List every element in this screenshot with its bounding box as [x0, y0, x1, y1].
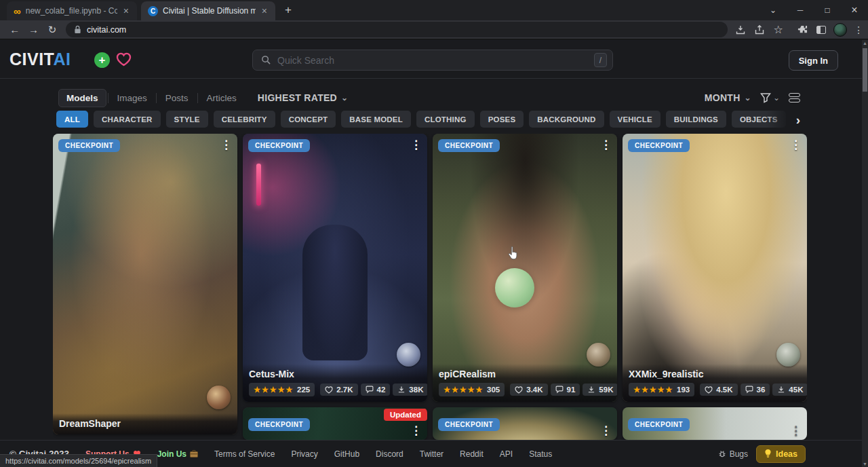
footer-link-privacy[interactable]: Privacy	[291, 449, 317, 459]
downloads-count: 38K	[409, 386, 423, 394]
tab-articles[interactable]: Articles	[199, 90, 244, 107]
model-card-cetus-mix[interactable]: CHECKPOINT ⋮ Cetus-Mix ★★★★★225 2.7K 42 …	[243, 134, 427, 402]
forward-button[interactable]: →	[24, 24, 43, 35]
extensions-icon[interactable]	[793, 24, 812, 35]
model-card-dreamshaper[interactable]: CHECKPOINT ⋮ DreamShaper	[53, 134, 237, 434]
create-button[interactable]: +	[94, 52, 110, 68]
window-maximize-button[interactable]: □	[814, 0, 841, 20]
model-card-partial[interactable]: CHECKPOINT ⋮	[623, 407, 807, 440]
address-bar[interactable]: civitai.com	[66, 22, 728, 37]
tab-images[interactable]: Images	[110, 90, 155, 107]
tab-title: new_colab_file.ipynb - Colaborat	[26, 6, 117, 16]
filter-dropdown[interactable]: ⌄	[760, 92, 780, 103]
category-chip-all[interactable]: ALL	[56, 111, 88, 128]
quick-search-box[interactable]: /	[252, 50, 613, 71]
model-card-xxmix[interactable]: CHECKPOINT ⋮ XXMix_9realistic ★★★★★193 4…	[623, 134, 807, 402]
browser-tab-civitai[interactable]: C Civitai | Stable Diffusion models, ×	[141, 1, 275, 20]
category-chip-poses[interactable]: POSES	[480, 111, 524, 128]
chip-scroll-right[interactable]: ›	[766, 111, 802, 128]
model-title: epiCRealism	[439, 369, 611, 379]
period-dropdown[interactable]: MONTH ⌄	[705, 92, 751, 103]
browser-menu-icon[interactable]: ⋮	[849, 24, 868, 35]
tab-close-icon[interactable]: ×	[260, 6, 269, 16]
comments-pill[interactable]: 91	[551, 384, 580, 396]
card-menu-icon[interactable]: ⋮	[600, 424, 612, 438]
category-chip-background[interactable]: BACKGROUND	[529, 111, 604, 128]
likes-pill[interactable]: 4.5K	[700, 384, 737, 396]
star-rating-icons: ★★★★★	[633, 385, 673, 394]
category-chip-buildings[interactable]: BUILDINGS	[666, 111, 726, 128]
card-menu-icon[interactable]: ⋮	[600, 138, 612, 152]
card-column: CHECKPOINT ⋮ DreamShaper	[53, 134, 237, 440]
creator-avatar[interactable]	[776, 343, 800, 367]
downloads-pill[interactable]: 59K	[583, 384, 617, 396]
creator-avatar[interactable]	[397, 343, 420, 367]
window-close-button[interactable]: ×	[841, 0, 868, 20]
category-chip-concept[interactable]: CONCEPT	[281, 111, 336, 128]
footer-link-status[interactable]: Status	[529, 449, 552, 459]
favorites-heart-icon[interactable]	[116, 52, 132, 69]
creator-avatar[interactable]	[207, 386, 231, 409]
sort-dropdown[interactable]: HIGHEST RATED ⌄	[258, 92, 349, 103]
side-panel-icon[interactable]	[812, 26, 831, 34]
card-menu-icon[interactable]: ⋮	[790, 138, 802, 152]
footer-link-terms[interactable]: Terms of Service	[214, 449, 275, 459]
category-chip-celebrity[interactable]: CELEBRITY	[214, 111, 275, 128]
footer-link-github[interactable]: GitHub	[334, 449, 359, 459]
card-menu-icon[interactable]: ⋮	[220, 138, 232, 152]
category-chip-style[interactable]: STYLE	[166, 111, 208, 128]
card-menu-icon[interactable]: ⋮	[410, 424, 422, 438]
civitai-logo[interactable]: CIVITAI	[9, 50, 71, 69]
downloads-pill[interactable]: 45K	[772, 384, 807, 396]
new-tab-button[interactable]: +	[275, 3, 301, 17]
layout-toggle-icon[interactable]	[789, 93, 800, 102]
tab-posts[interactable]: Posts	[158, 90, 196, 107]
tab-close-icon[interactable]: ×	[122, 6, 130, 16]
category-chip-vehicle[interactable]: VEHICLE	[610, 111, 660, 128]
back-button[interactable]: ←	[5, 24, 24, 35]
footer-link-twitter[interactable]: Twitter	[420, 449, 443, 459]
updated-badge: Updated	[384, 409, 427, 421]
model-card-partial[interactable]: Updated CHECKPOINT ⋮	[243, 407, 427, 440]
star-rating-icons: ★★★★★	[443, 385, 484, 394]
category-chip-base-model[interactable]: BASE MODEL	[341, 111, 411, 128]
downloads-icon[interactable]	[732, 24, 751, 35]
browser-tab-colab[interactable]: ∞ new_colab_file.ipynb - Colaborat ×	[7, 1, 137, 20]
likes-pill[interactable]: 2.7K	[320, 384, 357, 396]
civitai-favicon: C	[148, 6, 158, 16]
category-chip-character[interactable]: CHARACTER	[94, 111, 161, 128]
model-card-epicrealism[interactable]: CHECKPOINT ⋮ epiCRealism ★★★★★305 3.4K 9…	[433, 134, 617, 402]
ideas-button[interactable]: Ideas	[756, 445, 806, 463]
likes-pill[interactable]: 3.4K	[510, 384, 547, 396]
card-menu-icon[interactable]: ⋮	[410, 138, 422, 152]
footer-link-join-us[interactable]: Join Us	[157, 449, 198, 459]
category-chip-clothing[interactable]: CLOTHING	[416, 111, 475, 128]
chevron-right-icon: ›	[796, 113, 802, 126]
card-footer: DreamShaper	[53, 413, 237, 434]
card-menu-icon[interactable]: ⋮	[790, 424, 802, 438]
share-icon[interactable]	[750, 24, 769, 35]
footer-link-discord[interactable]: Discord	[376, 449, 403, 459]
card-footer: epiCRealism ★★★★★305 3.4K 91 59K	[433, 364, 617, 402]
page-scrollbar[interactable]: ▲ ▼	[862, 40, 868, 467]
model-card-partial[interactable]: CHECKPOINT ⋮	[433, 407, 617, 440]
bookmark-star-icon[interactable]: ☆	[769, 23, 788, 36]
period-label: MONTH	[705, 92, 741, 103]
comments-pill[interactable]: 42	[361, 384, 391, 396]
scrollbar-thumb[interactable]	[863, 48, 867, 92]
reload-button[interactable]: ↻	[43, 24, 62, 36]
footer-link-reddit[interactable]: Reddit	[460, 449, 484, 459]
profile-avatar[interactable]	[831, 23, 850, 37]
search-input[interactable]	[277, 55, 588, 66]
window-minimize-button[interactable]: ─	[787, 0, 814, 20]
sign-in-button[interactable]: Sign In	[789, 50, 838, 71]
comments-pill[interactable]: 36	[741, 384, 770, 396]
tab-search-icon[interactable]: ⌄	[760, 0, 787, 20]
tab-models[interactable]: Models	[58, 89, 106, 107]
footer-link-api[interactable]: API	[500, 449, 513, 459]
scroll-down-arrow[interactable]: ▼	[862, 462, 868, 466]
downloads-pill[interactable]: 38K	[393, 384, 427, 396]
scroll-up-arrow[interactable]: ▲	[862, 41, 868, 45]
creator-avatar[interactable]	[587, 343, 610, 367]
bugs-button[interactable]: Bugs	[718, 449, 748, 459]
